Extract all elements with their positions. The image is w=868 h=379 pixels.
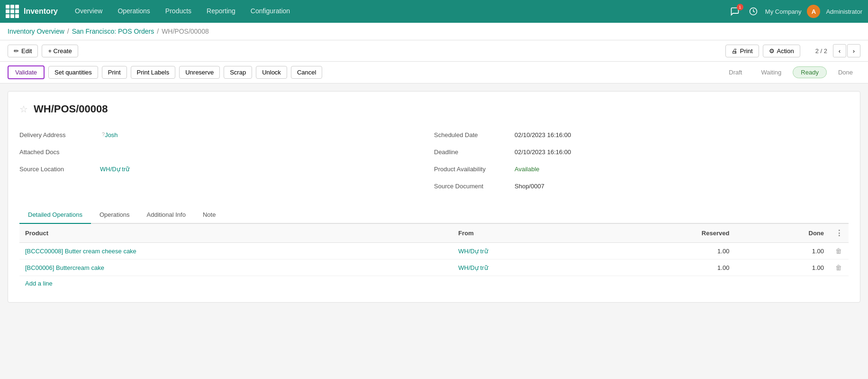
edit-icon: ✏ xyxy=(14,47,19,55)
label-product-availability: Product Availability xyxy=(434,164,515,173)
col-reserved: Reserved xyxy=(597,224,735,243)
menu-overview[interactable]: Overview xyxy=(67,0,110,23)
topnav-right: 1 My Company A Administrator xyxy=(728,5,862,18)
breadcrumb-current: WH/POS/00008 xyxy=(162,28,209,35)
add-line-button[interactable]: Add a line xyxy=(19,276,58,291)
tab-note[interactable]: Note xyxy=(194,206,224,224)
create-button[interactable]: + Create xyxy=(42,45,78,57)
col-from: From xyxy=(452,224,597,243)
clock-icon-btn[interactable] xyxy=(747,5,760,18)
step-waiting: Waiting xyxy=(753,67,789,78)
field-source-location: Source Location WH/Dự trữ xyxy=(19,161,434,178)
print-icon: 🖨 xyxy=(732,47,738,55)
unlock-button[interactable]: Unlock xyxy=(256,66,287,79)
label-scheduled-date: Scheduled Date xyxy=(434,129,515,139)
value-source-location[interactable]: WH/Dự trữ xyxy=(100,164,129,173)
chat-icon-btn[interactable]: 1 xyxy=(728,5,741,18)
col-done: Done xyxy=(735,224,830,243)
step-done: Done xyxy=(831,67,860,78)
record-title: WH/POS/00008 xyxy=(34,103,108,115)
field-deadline: Deadline 02/10/2023 16:16:00 xyxy=(434,144,849,161)
label-delivery-address: Delivery Address xyxy=(19,129,100,139)
breadcrumb: Inventory Overview / San Francisco: POS … xyxy=(0,23,868,40)
username: Administrator xyxy=(826,8,862,15)
tabs: Detailed Operations Operations Additiona… xyxy=(19,206,849,224)
value-source-document: Shop/0007 xyxy=(515,181,544,190)
breadcrumb-sep-2: / xyxy=(157,28,159,35)
delete-row-icon[interactable]: 🗑 xyxy=(835,264,842,271)
operations-table: Product From Reserved Done ⋮ [BCCC00008]… xyxy=(19,224,849,276)
cell-product-1[interactable]: [BC00006] Buttercream cake xyxy=(19,259,452,276)
field-product-availability: Product Availability Available xyxy=(434,161,849,178)
value-product-availability: Available xyxy=(515,164,540,173)
prev-arrow-button[interactable]: ‹ xyxy=(833,44,846,57)
cell-reserved-0: 1.00 xyxy=(597,243,735,259)
tab-detailed-operations[interactable]: Detailed Operations xyxy=(19,206,91,224)
status-bar: Validate Set quantities Print Print Labe… xyxy=(0,62,868,83)
label-deadline: Deadline xyxy=(434,147,515,156)
form-header: ☆ WH/POS/00008 xyxy=(19,103,849,115)
tab-additional-info[interactable]: Additional Info xyxy=(138,206,194,224)
table-row: [BCCC00008] Butter cream cheese cake WH/… xyxy=(19,243,849,259)
menu-reporting[interactable]: Reporting xyxy=(199,0,243,23)
col-options: ⋮ xyxy=(830,224,849,243)
col-product: Product xyxy=(19,224,452,243)
next-arrow-button[interactable]: › xyxy=(847,44,860,57)
form-col-right: Scheduled Date 02/10/2023 16:16:00 Deadl… xyxy=(434,127,849,195)
tab-operations[interactable]: Operations xyxy=(91,206,138,224)
step-draft: Draft xyxy=(721,67,750,78)
print-button[interactable]: 🖨 Print xyxy=(725,45,759,57)
cell-done-0: 1.00 xyxy=(735,243,830,259)
cancel-button[interactable]: Cancel xyxy=(291,66,322,79)
step-ready: Ready xyxy=(793,66,827,78)
pagination-info: 2 / 2 xyxy=(815,47,827,55)
print-status-button[interactable]: Print xyxy=(102,66,127,79)
breadcrumb-pos-orders[interactable]: San Francisco: POS Orders xyxy=(72,28,154,35)
main-content: ☆ WH/POS/00008 Delivery Address ? Josh A… xyxy=(0,83,868,310)
topnav-menu: Overview Operations Products Reporting C… xyxy=(67,0,728,23)
label-attached-docs: Attached Docs xyxy=(19,147,100,156)
value-delivery-address[interactable]: Josh xyxy=(105,129,118,139)
scrap-button[interactable]: Scrap xyxy=(224,66,252,79)
validate-button[interactable]: Validate xyxy=(8,65,45,79)
cell-done-1: 1.00 xyxy=(735,259,830,276)
menu-operations[interactable]: Operations xyxy=(110,0,157,23)
cell-from-1[interactable]: WH/Dự trữ xyxy=(452,259,597,276)
menu-configuration[interactable]: Configuration xyxy=(243,0,298,23)
notification-badge: 1 xyxy=(737,4,743,10)
form-card: ☆ WH/POS/00008 Delivery Address ? Josh A… xyxy=(8,91,860,303)
cell-delete-1[interactable]: 🗑 xyxy=(830,259,849,276)
cell-from-0[interactable]: WH/Dự trữ xyxy=(452,243,597,259)
label-source-location: Source Location xyxy=(19,164,100,173)
value-scheduled-date: 02/10/2023 16:16:00 xyxy=(515,129,571,139)
field-source-document: Source Document Shop/0007 xyxy=(434,178,849,195)
set-quantities-button[interactable]: Set quantities xyxy=(48,66,98,79)
avatar[interactable]: A xyxy=(807,5,820,18)
unreserve-button[interactable]: Unreserve xyxy=(179,66,220,79)
column-options-icon[interactable]: ⋮ xyxy=(835,229,843,237)
field-attached-docs: Attached Docs xyxy=(19,144,434,161)
breadcrumb-inventory-overview[interactable]: Inventory Overview xyxy=(8,28,64,35)
cell-product-0[interactable]: [BCCC00008] Butter cream cheese cake xyxy=(19,243,452,259)
action-bar: ✏ Edit + Create 🖨 Print ⚙ Action 2 / 2 ‹… xyxy=(0,40,868,62)
status-steps: Draft Waiting Ready Done xyxy=(721,66,860,78)
form-fields: Delivery Address ? Josh Attached Docs So… xyxy=(19,127,849,195)
menu-products[interactable]: Products xyxy=(158,0,199,23)
apps-icon[interactable] xyxy=(6,5,19,18)
action-button[interactable]: ⚙ Action xyxy=(763,45,800,57)
print-labels-button[interactable]: Print Labels xyxy=(131,66,176,79)
edit-button[interactable]: ✏ Edit xyxy=(8,45,38,57)
company-name: My Company xyxy=(765,8,802,15)
field-delivery-address: Delivery Address ? Josh xyxy=(19,127,434,144)
field-scheduled-date: Scheduled Date 02/10/2023 16:16:00 xyxy=(434,127,849,144)
brand-title: Inventory xyxy=(24,7,58,16)
label-source-document: Source Document xyxy=(434,181,515,190)
gear-icon: ⚙ xyxy=(769,47,775,55)
delete-row-icon[interactable]: 🗑 xyxy=(835,247,842,255)
star-button[interactable]: ☆ xyxy=(19,103,28,115)
breadcrumb-sep-1: / xyxy=(67,28,69,35)
cell-delete-0[interactable]: 🗑 xyxy=(830,243,849,259)
table-row: [BC00006] Buttercream cake WH/Dự trữ 1.0… xyxy=(19,259,849,276)
form-col-left: Delivery Address ? Josh Attached Docs So… xyxy=(19,127,434,195)
cell-reserved-1: 1.00 xyxy=(597,259,735,276)
